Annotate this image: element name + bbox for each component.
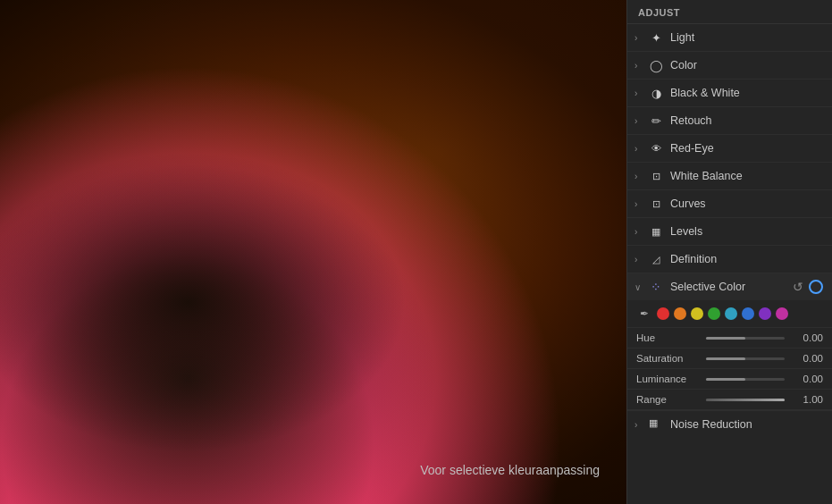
- selective-color-actions: ↺: [793, 280, 823, 294]
- tooltip-label: Voor selectieve kleuraanpassing: [420, 463, 600, 477]
- adjust-list: › ✦ Light › ◯ Color › ◑ Black & White › …: [627, 24, 832, 504]
- adjust-item-definition[interactable]: › ◿ Definition: [627, 246, 832, 273]
- curves-icon: ⊡: [649, 197, 663, 211]
- adjust-item-light[interactable]: › ✦ Light: [627, 24, 832, 52]
- selective-color-header[interactable]: ∨ ⁘ Selective Color ↺: [627, 273, 832, 300]
- hue-label: Hue: [636, 332, 699, 343]
- hue-row: Hue 0.00: [627, 327, 832, 348]
- white-balance-icon: ⊡: [649, 169, 663, 183]
- adjust-item-retouch[interactable]: › ✏ Retouch: [627, 107, 832, 135]
- red-eye-icon: 👁: [649, 141, 663, 155]
- color-swatch-orange[interactable]: [674, 307, 686, 320]
- noise-reduction-icon: ▦: [649, 417, 663, 432]
- chevron-icon: ›: [635, 255, 643, 265]
- luminance-row: Luminance 0.00: [627, 368, 832, 389]
- color-swatch-red[interactable]: [657, 307, 669, 320]
- black-white-icon: ◑: [649, 86, 663, 100]
- color-label: Color: [670, 59, 823, 71]
- levels-icon: ▦: [649, 224, 663, 239]
- retouch-icon: ✏: [649, 113, 663, 128]
- color-swatches-row: ✒: [627, 300, 832, 327]
- adjust-item-red-eye[interactable]: › 👁 Red-Eye: [627, 135, 832, 163]
- reset-button[interactable]: ↺: [793, 280, 803, 294]
- retouch-label: Retouch: [670, 114, 823, 127]
- adjust-item-color[interactable]: › ◯ Color: [627, 52, 832, 80]
- light-icon: ✦: [649, 30, 663, 45]
- hue-value: 0.00: [792, 332, 823, 343]
- photo-background: [0, 0, 626, 504]
- eyedropper-button[interactable]: ✒: [636, 306, 652, 322]
- levels-label: Levels: [670, 225, 823, 238]
- definition-icon: ◿: [649, 252, 663, 266]
- chevron-icon: ›: [635, 61, 643, 71]
- light-label: Light: [670, 31, 823, 44]
- adjust-item-levels[interactable]: › ▦ Levels: [627, 218, 832, 246]
- color-swatch-green[interactable]: [708, 307, 720, 320]
- chevron-icon: ›: [635, 144, 643, 154]
- adjust-item-white-balance[interactable]: › ⊡ White Balance: [627, 163, 832, 190]
- saturation-row: Saturation 0.00: [627, 348, 832, 368]
- chevron-icon: ›: [635, 172, 643, 181]
- color-swatch-yellow[interactable]: [691, 307, 703, 320]
- chevron-down-icon: ∨: [635, 282, 643, 292]
- adjust-item-noise-reduction[interactable]: › ▦ Noise Reduction: [627, 410, 832, 438]
- chevron-icon: ›: [635, 199, 643, 209]
- color-swatch-cyan[interactable]: [725, 307, 737, 320]
- black-white-label: Black & White: [670, 87, 823, 99]
- red-eye-label: Red-Eye: [670, 142, 823, 155]
- selective-color-icon: ⁘: [649, 280, 663, 294]
- chevron-icon: ›: [635, 227, 643, 237]
- range-value: 1.00: [792, 394, 823, 405]
- luminance-label: Luminance: [636, 374, 699, 384]
- add-button[interactable]: [809, 280, 823, 294]
- range-label: Range: [636, 394, 699, 405]
- range-row: Range 1.00: [627, 389, 832, 409]
- selective-color-section: ∨ ⁘ Selective Color ↺ ✒: [627, 273, 832, 410]
- photo-subject: [0, 0, 626, 504]
- adjust-item-curves[interactable]: › ⊡ Curves: [627, 190, 832, 218]
- color-swatch-magenta[interactable]: [776, 307, 788, 320]
- saturation-slider[interactable]: [706, 357, 785, 360]
- hue-slider[interactable]: [706, 337, 785, 340]
- photo-area: Voor selectieve kleuraanpassing: [0, 0, 626, 504]
- noise-reduction-label: Noise Reduction: [670, 418, 752, 431]
- luminance-value: 0.00: [792, 374, 823, 384]
- luminance-slider[interactable]: [706, 378, 785, 381]
- saturation-value: 0.00: [792, 353, 823, 364]
- adjust-item-black-white[interactable]: › ◑ Black & White: [627, 80, 832, 107]
- definition-label: Definition: [670, 253, 823, 265]
- range-slider[interactable]: [706, 399, 785, 401]
- adjust-panel: ADJUST › ✦ Light › ◯ Color › ◑ Black & W…: [626, 0, 832, 504]
- curves-label: Curves: [670, 197, 823, 210]
- color-swatch-blue[interactable]: [742, 307, 754, 320]
- selective-color-label: Selective Color: [670, 281, 793, 293]
- chevron-icon: ›: [635, 88, 643, 98]
- color-icon: ◯: [649, 58, 663, 72]
- chevron-icon: ›: [635, 116, 643, 126]
- panel-header: ADJUST: [627, 0, 832, 24]
- saturation-label: Saturation: [636, 353, 699, 364]
- color-swatch-purple[interactable]: [759, 307, 771, 320]
- white-balance-label: White Balance: [670, 170, 823, 182]
- chevron-icon: ›: [635, 33, 643, 43]
- chevron-icon: ›: [635, 420, 643, 430]
